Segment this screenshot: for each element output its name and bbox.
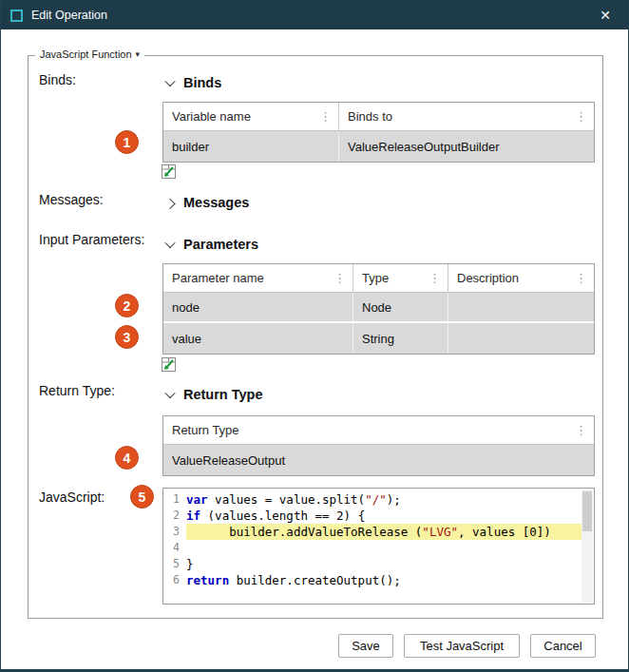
test-javascript-button[interactable]: Test JavaScript bbox=[404, 634, 520, 658]
parameters-section-header[interactable]: Parameters bbox=[166, 237, 258, 252]
cell-binds-to[interactable]: ValueReleaseOutputBuilder bbox=[339, 131, 594, 162]
line-number: 2 bbox=[163, 508, 186, 524]
column-header-parameter-name[interactable]: Parameter name ⋮ bbox=[163, 264, 353, 292]
editor-scrollbar[interactable] bbox=[581, 490, 593, 603]
table-row[interactable]: node Node bbox=[163, 293, 594, 323]
function-type-label: JavaScript Function bbox=[40, 48, 132, 60]
column-header-variable-name[interactable]: Variable name ⋮ bbox=[163, 103, 339, 130]
function-type-selector[interactable]: JavaScript Function ▾ bbox=[35, 48, 144, 60]
messages-label: Messages: bbox=[39, 192, 104, 207]
step-badge-5: 5 bbox=[130, 485, 154, 509]
save-button[interactable]: Save bbox=[338, 634, 393, 658]
binds-section-header[interactable]: Binds bbox=[166, 75, 221, 90]
cell-return-type[interactable]: ValueReleaseOutput bbox=[163, 445, 594, 475]
line-number: 3 bbox=[163, 524, 186, 540]
close-button[interactable]: ✕ bbox=[592, 6, 619, 25]
cell-variable-name[interactable]: builder bbox=[163, 131, 339, 162]
cell-description[interactable] bbox=[448, 323, 594, 354]
parameters-section-title: Parameters bbox=[183, 237, 258, 252]
chevron-down-icon bbox=[164, 388, 175, 398]
parameters-table-header: Parameter name ⋮ Type ⋮ Description ⋮ bbox=[163, 264, 594, 293]
cancel-button[interactable]: Cancel bbox=[530, 634, 596, 658]
step-badge-4: 4 bbox=[115, 446, 139, 470]
column-menu-icon[interactable]: ⋮ bbox=[573, 423, 589, 437]
chevron-right-icon bbox=[164, 199, 175, 209]
line-number: 1 bbox=[163, 491, 186, 508]
table-row[interactable]: ValueReleaseOutput bbox=[163, 445, 594, 475]
table-row[interactable]: value String bbox=[163, 323, 594, 354]
code-line[interactable]: 5 } bbox=[163, 556, 594, 572]
messages-section-title: Messages bbox=[183, 195, 249, 210]
add-row-icon[interactable] bbox=[161, 356, 177, 373]
return-type-table: Return Type ⋮ ValueReleaseOutput bbox=[162, 415, 595, 476]
cell-type[interactable]: String bbox=[353, 323, 448, 354]
column-header-binds-to[interactable]: Binds to ⋮ bbox=[339, 103, 594, 130]
column-menu-icon[interactable]: ⋮ bbox=[573, 109, 589, 124]
return-type-table-header: Return Type ⋮ bbox=[163, 416, 594, 445]
return-type-label: Return Type: bbox=[39, 383, 115, 398]
cell-description[interactable] bbox=[448, 293, 594, 321]
table-row[interactable]: builder ValueReleaseOutputBuilder bbox=[163, 131, 594, 162]
column-header-return-type[interactable]: Return Type ⋮ bbox=[163, 416, 594, 444]
return-type-section-title: Return Type bbox=[183, 387, 263, 402]
binds-label: Binds: bbox=[39, 72, 76, 87]
messages-section-header[interactable]: Messages bbox=[166, 195, 249, 210]
window-title: Edit Operation bbox=[31, 9, 592, 22]
code-line[interactable]: 4 bbox=[163, 540, 594, 556]
app-icon bbox=[10, 10, 23, 22]
parameters-table: Parameter name ⋮ Type ⋮ Description ⋮ no… bbox=[162, 263, 595, 355]
line-number: 6 bbox=[163, 572, 186, 588]
javascript-label: JavaScript: bbox=[39, 490, 105, 505]
line-number: 4 bbox=[163, 540, 186, 556]
binds-section-title: Binds bbox=[183, 75, 221, 90]
dropdown-arrow-icon: ▾ bbox=[136, 49, 141, 59]
binds-table-header: Variable name ⋮ Binds to ⋮ bbox=[163, 103, 594, 131]
titlebar[interactable]: Edit Operation ✕ bbox=[1, 1, 628, 29]
cell-parameter-name[interactable]: node bbox=[163, 293, 353, 321]
chevron-down-icon bbox=[164, 76, 175, 86]
cell-parameter-name[interactable]: value bbox=[163, 323, 353, 354]
step-badge-2: 2 bbox=[115, 294, 139, 317]
line-number: 5 bbox=[163, 556, 186, 572]
cell-type[interactable]: Node bbox=[353, 293, 448, 321]
scrollbar-thumb[interactable] bbox=[582, 491, 592, 531]
step-badge-1: 1 bbox=[115, 130, 139, 154]
input-parameters-label: Input Parameters: bbox=[39, 232, 144, 247]
code-line[interactable]: 1 var values = value.split("/"); bbox=[163, 491, 594, 508]
code-line[interactable]: 2 if (values.length == 2) { bbox=[163, 508, 594, 524]
column-menu-icon[interactable]: ⋮ bbox=[332, 271, 348, 285]
edit-operation-dialog: Edit Operation ✕ JavaScript Function ▾ B… bbox=[0, 0, 629, 672]
return-type-section-header[interactable]: Return Type bbox=[166, 387, 263, 402]
column-menu-icon[interactable]: ⋮ bbox=[573, 271, 589, 285]
column-menu-icon[interactable]: ⋮ bbox=[317, 109, 334, 124]
column-header-description[interactable]: Description ⋮ bbox=[448, 264, 594, 292]
code-line-highlighted[interactable]: 3 builder.addValueToRelease ("LVG", valu… bbox=[163, 524, 594, 540]
binds-table: Variable name ⋮ Binds to ⋮ builder Value… bbox=[162, 102, 595, 163]
column-header-type[interactable]: Type ⋮ bbox=[353, 264, 448, 292]
code-line[interactable]: 6 return builder.createOutput(); bbox=[163, 572, 594, 588]
chevron-down-icon bbox=[164, 238, 175, 248]
column-menu-icon[interactable]: ⋮ bbox=[427, 271, 443, 285]
add-row-icon[interactable] bbox=[161, 163, 177, 180]
javascript-code-editor[interactable]: 1 var values = value.split("/"); 2 if (v… bbox=[162, 488, 595, 605]
step-badge-3: 3 bbox=[115, 325, 139, 349]
